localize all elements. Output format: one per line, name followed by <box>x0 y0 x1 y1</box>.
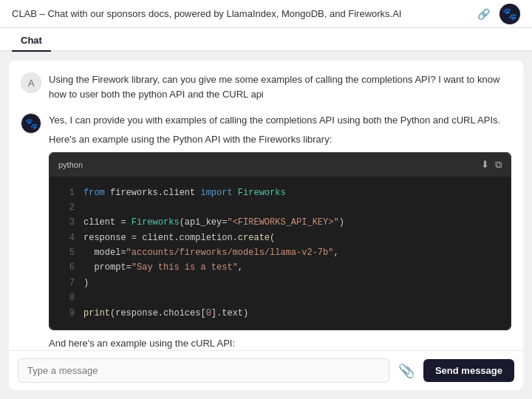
code-header-icons: ⬇ ⧉ <box>481 157 502 172</box>
user-message-text: Using the Firework library, can you give… <box>49 72 511 101</box>
bot-post-code-text: And here's an example using the cURL API… <box>49 336 511 350</box>
bot-pre-code-text: Here's an example using the Python API w… <box>49 132 511 147</box>
attach-button[interactable]: 📎 <box>395 360 417 382</box>
bot-avatar: 🐾 <box>21 113 41 134</box>
code-header: python ⬇ ⧉ <box>50 153 511 177</box>
code-line-4: 4response = client.completion.create( <box>61 231 499 245</box>
user-message-row: A Using the Firework library, can you gi… <box>21 72 511 101</box>
code-line-5: 5 model="accounts/fireworks/models/llama… <box>61 245 499 260</box>
user-avatar: A <box>21 72 41 93</box>
bot-message-content: Yes, I can provide you with examples of … <box>49 113 511 350</box>
bot-message-row: 🐾 Yes, I can provide you with examples o… <box>21 113 511 350</box>
message-input[interactable] <box>18 358 389 383</box>
code-block: python ⬇ ⧉ 1from fireworks.client import… <box>49 152 511 330</box>
logo-button[interactable]: 🐾 <box>499 4 520 24</box>
code-line-2: 2 <box>61 200 499 215</box>
code-line-7: 7) <box>61 276 499 290</box>
code-line-9: 9print(response.choices[0].text) <box>61 306 499 321</box>
send-button[interactable]: Send message <box>423 359 514 382</box>
tab-chat[interactable]: Chat <box>12 30 51 52</box>
code-line-8: 8 <box>61 290 499 305</box>
tab-row: Chat <box>0 28 532 52</box>
code-body: 1from fireworks.client import Fireworks … <box>50 177 511 330</box>
bot-intro-text: Yes, I can provide you with examples of … <box>49 113 511 128</box>
header-icons: 🔗 🐾 <box>473 4 520 24</box>
header-title: CLAB – Chat with our sponsors docs, powe… <box>12 8 401 19</box>
copy-icon[interactable]: ⧉ <box>495 157 502 172</box>
code-lang-label: python <box>58 159 83 171</box>
code-line-3: 3client = Fireworks(api_key="<FIREWORKS_… <box>61 215 499 230</box>
code-line-1: 1from fireworks.client import Fireworks <box>61 185 499 200</box>
download-icon[interactable]: ⬇ <box>481 157 489 172</box>
input-area: 📎 Send message <box>9 350 523 390</box>
chat-area: A Using the Firework library, can you gi… <box>9 61 523 350</box>
app-header: CLAB – Chat with our sponsors docs, powe… <box>0 0 532 28</box>
header-left: CLAB – Chat with our sponsors docs, powe… <box>12 8 401 19</box>
code-line-6: 6 prompt="Say this is a test", <box>61 260 499 275</box>
share-icon-button[interactable]: 🔗 <box>473 4 494 24</box>
